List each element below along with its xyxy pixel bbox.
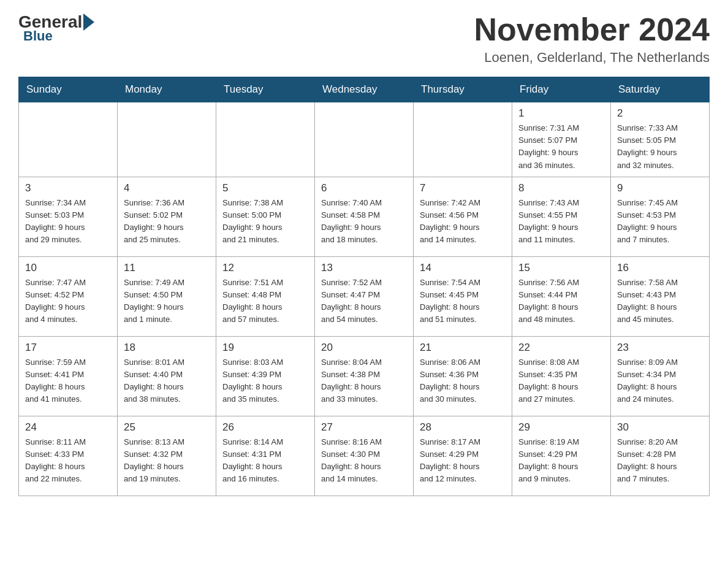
day-number: 1 xyxy=(518,107,604,120)
title-area: November 2024 Loenen, Gelderland, The Ne… xyxy=(474,12,710,66)
day-info: Sunrise: 7:40 AMSunset: 4:58 PMDaylight:… xyxy=(321,197,407,247)
day-number: 27 xyxy=(321,421,407,434)
calendar-cell: 10Sunrise: 7:47 AMSunset: 4:52 PMDayligh… xyxy=(19,256,118,336)
calendar-cell: 28Sunrise: 8:17 AMSunset: 4:29 PMDayligh… xyxy=(414,416,512,496)
calendar-cell: 29Sunrise: 8:19 AMSunset: 4:29 PMDayligh… xyxy=(512,416,611,496)
calendar-cell: 7Sunrise: 7:42 AMSunset: 4:56 PMDaylight… xyxy=(414,177,512,256)
day-info: Sunrise: 7:58 AMSunset: 4:43 PMDaylight:… xyxy=(617,277,703,326)
day-number: 29 xyxy=(518,421,604,434)
day-number: 16 xyxy=(617,262,703,274)
calendar-cell: 19Sunrise: 8:03 AMSunset: 4:39 PMDayligh… xyxy=(216,336,315,416)
calendar-cell: 22Sunrise: 8:08 AMSunset: 4:35 PMDayligh… xyxy=(512,336,611,416)
calendar-cell: 24Sunrise: 8:11 AMSunset: 4:33 PMDayligh… xyxy=(19,416,118,496)
day-number: 6 xyxy=(321,182,407,194)
calendar-week-row: 3Sunrise: 7:34 AMSunset: 5:03 PMDaylight… xyxy=(19,177,710,256)
day-info: Sunrise: 7:51 AMSunset: 4:48 PMDaylight:… xyxy=(222,277,308,326)
day-info: Sunrise: 7:36 AMSunset: 5:02 PMDaylight:… xyxy=(124,197,210,247)
day-info: Sunrise: 7:47 AMSunset: 4:52 PMDaylight:… xyxy=(25,277,111,326)
day-number: 26 xyxy=(222,421,308,434)
day-number: 15 xyxy=(518,262,604,274)
day-number: 9 xyxy=(617,182,703,194)
day-info: Sunrise: 8:06 AMSunset: 4:36 PMDaylight:… xyxy=(420,356,506,406)
calendar-cell: 4Sunrise: 7:36 AMSunset: 5:02 PMDaylight… xyxy=(118,177,216,256)
day-info: Sunrise: 7:43 AMSunset: 4:55 PMDaylight:… xyxy=(518,197,604,247)
day-number: 23 xyxy=(617,342,703,354)
calendar-cell: 26Sunrise: 8:14 AMSunset: 4:31 PMDayligh… xyxy=(216,416,315,496)
day-number: 19 xyxy=(222,342,308,354)
calendar-cell xyxy=(315,102,414,177)
day-info: Sunrise: 8:08 AMSunset: 4:35 PMDaylight:… xyxy=(518,356,604,406)
calendar-cell: 6Sunrise: 7:40 AMSunset: 4:58 PMDaylight… xyxy=(315,177,414,256)
logo-blue-text: Blue xyxy=(21,28,53,44)
page-header: General Blue November 2024 Loenen, Gelde… xyxy=(18,12,710,66)
day-number: 20 xyxy=(321,342,407,354)
calendar-cell: 23Sunrise: 8:09 AMSunset: 4:34 PMDayligh… xyxy=(611,336,710,416)
day-number: 12 xyxy=(222,262,308,274)
calendar-cell xyxy=(414,102,512,177)
day-info: Sunrise: 8:01 AMSunset: 4:40 PMDaylight:… xyxy=(124,356,210,406)
weekday-header-monday: Monday xyxy=(118,77,216,102)
day-info: Sunrise: 8:04 AMSunset: 4:38 PMDaylight:… xyxy=(321,356,407,406)
day-info: Sunrise: 8:09 AMSunset: 4:34 PMDaylight:… xyxy=(617,356,703,406)
calendar-table: SundayMondayTuesdayWednesdayThursdayFrid… xyxy=(18,77,710,496)
day-number: 14 xyxy=(420,262,506,274)
day-info: Sunrise: 7:31 AMSunset: 5:07 PMDaylight:… xyxy=(518,122,604,172)
calendar-cell: 3Sunrise: 7:34 AMSunset: 5:03 PMDaylight… xyxy=(19,177,118,256)
day-info: Sunrise: 7:56 AMSunset: 4:44 PMDaylight:… xyxy=(518,277,604,326)
calendar-cell: 8Sunrise: 7:43 AMSunset: 4:55 PMDaylight… xyxy=(512,177,611,256)
day-number: 25 xyxy=(124,421,210,434)
calendar-cell: 14Sunrise: 7:54 AMSunset: 4:45 PMDayligh… xyxy=(414,256,512,336)
day-number: 4 xyxy=(124,182,210,194)
day-number: 18 xyxy=(124,342,210,354)
calendar-cell: 11Sunrise: 7:49 AMSunset: 4:50 PMDayligh… xyxy=(118,256,216,336)
day-number: 13 xyxy=(321,262,407,274)
day-number: 17 xyxy=(25,342,111,354)
calendar-cell: 30Sunrise: 8:20 AMSunset: 4:28 PMDayligh… xyxy=(611,416,710,496)
weekday-header-sunday: Sunday xyxy=(19,77,118,102)
calendar-cell: 25Sunrise: 8:13 AMSunset: 4:32 PMDayligh… xyxy=(118,416,216,496)
weekday-header-friday: Friday xyxy=(512,77,611,102)
day-number: 30 xyxy=(617,421,703,434)
day-info: Sunrise: 8:20 AMSunset: 4:28 PMDaylight:… xyxy=(617,436,703,486)
day-number: 22 xyxy=(518,342,604,354)
day-info: Sunrise: 8:19 AMSunset: 4:29 PMDaylight:… xyxy=(518,436,604,486)
calendar-cell xyxy=(19,102,118,177)
calendar-cell: 16Sunrise: 7:58 AMSunset: 4:43 PMDayligh… xyxy=(611,256,710,336)
calendar-cell: 17Sunrise: 7:59 AMSunset: 4:41 PMDayligh… xyxy=(19,336,118,416)
weekday-header-saturday: Saturday xyxy=(611,77,710,102)
calendar-cell: 18Sunrise: 8:01 AMSunset: 4:40 PMDayligh… xyxy=(118,336,216,416)
day-info: Sunrise: 7:52 AMSunset: 4:47 PMDaylight:… xyxy=(321,277,407,326)
calendar-week-row: 10Sunrise: 7:47 AMSunset: 4:52 PMDayligh… xyxy=(19,256,710,336)
calendar-cell: 20Sunrise: 8:04 AMSunset: 4:38 PMDayligh… xyxy=(315,336,414,416)
day-number: 28 xyxy=(420,421,506,434)
day-number: 8 xyxy=(518,182,604,194)
day-info: Sunrise: 8:03 AMSunset: 4:39 PMDaylight:… xyxy=(222,356,308,406)
weekday-header-wednesday: Wednesday xyxy=(315,77,414,102)
calendar-cell: 13Sunrise: 7:52 AMSunset: 4:47 PMDayligh… xyxy=(315,256,414,336)
calendar-week-row: 24Sunrise: 8:11 AMSunset: 4:33 PMDayligh… xyxy=(19,416,710,496)
calendar-cell xyxy=(118,102,216,177)
day-number: 7 xyxy=(420,182,506,194)
day-info: Sunrise: 8:11 AMSunset: 4:33 PMDaylight:… xyxy=(25,436,111,486)
location-subtitle: Loenen, Gelderland, The Netherlands xyxy=(474,50,710,66)
day-info: Sunrise: 8:17 AMSunset: 4:29 PMDaylight:… xyxy=(420,436,506,486)
calendar-cell xyxy=(216,102,315,177)
calendar-cell: 5Sunrise: 7:38 AMSunset: 5:00 PMDaylight… xyxy=(216,177,315,256)
day-number: 10 xyxy=(25,262,111,274)
calendar-cell: 12Sunrise: 7:51 AMSunset: 4:48 PMDayligh… xyxy=(216,256,315,336)
calendar-cell: 15Sunrise: 7:56 AMSunset: 4:44 PMDayligh… xyxy=(512,256,611,336)
calendar-cell: 1Sunrise: 7:31 AMSunset: 5:07 PMDaylight… xyxy=(512,102,611,177)
day-number: 21 xyxy=(420,342,506,354)
calendar-week-row: 17Sunrise: 7:59 AMSunset: 4:41 PMDayligh… xyxy=(19,336,710,416)
logo-arrow-icon xyxy=(83,13,94,31)
calendar-cell: 2Sunrise: 7:33 AMSunset: 5:05 PMDaylight… xyxy=(611,102,710,177)
day-info: Sunrise: 7:54 AMSunset: 4:45 PMDaylight:… xyxy=(420,277,506,326)
day-info: Sunrise: 7:49 AMSunset: 4:50 PMDaylight:… xyxy=(124,277,210,326)
day-info: Sunrise: 7:33 AMSunset: 5:05 PMDaylight:… xyxy=(617,122,703,172)
month-title: November 2024 xyxy=(474,12,710,47)
weekday-header-tuesday: Tuesday xyxy=(216,77,315,102)
day-info: Sunrise: 7:45 AMSunset: 4:53 PMDaylight:… xyxy=(617,197,703,247)
logo: General Blue xyxy=(18,12,96,44)
day-number: 24 xyxy=(25,421,111,434)
day-number: 11 xyxy=(124,262,210,274)
